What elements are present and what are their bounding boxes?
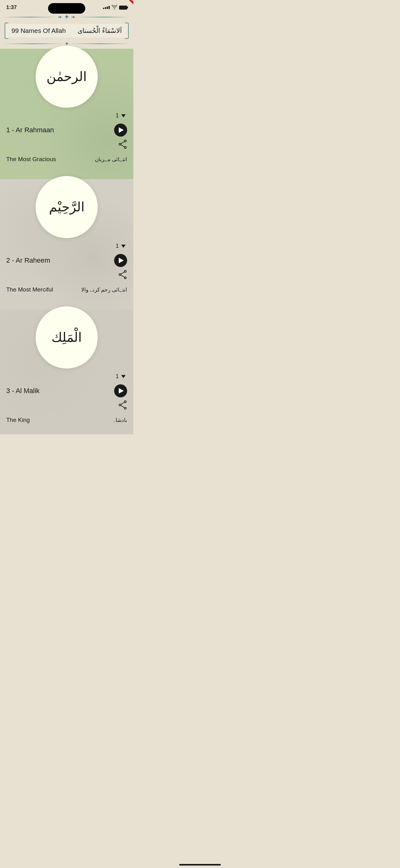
ornament-left-scroll: ❧ xyxy=(58,14,62,21)
translation-row-3: The King بادشاہ xyxy=(0,415,133,428)
counter-number-1: 1 xyxy=(116,113,119,119)
ornament-fleur: ✦ xyxy=(64,13,69,21)
counter-row-1: 1 xyxy=(0,111,133,122)
chevron-down-icon-2[interactable] xyxy=(121,245,126,248)
name-card-1[interactable]: الرحمٰن 1 1 - Ar Rahmaan xyxy=(0,49,133,179)
play-button-3[interactable] xyxy=(114,384,127,397)
svg-point-7 xyxy=(119,274,121,276)
counter-number-2: 1 xyxy=(116,243,119,249)
svg-point-2 xyxy=(119,144,121,145)
battery-icon xyxy=(119,6,127,10)
arabic-circle-1: الرحمٰن xyxy=(36,45,98,108)
svg-point-12 xyxy=(119,404,121,406)
translation-row-2: The Most Merciful انتہائی رحم کرنے والا xyxy=(0,285,133,298)
svg-point-1 xyxy=(124,147,126,148)
share-row-2 xyxy=(0,269,133,285)
share-icon-2[interactable] xyxy=(119,270,127,282)
name-row-2: 2 - Ar Raheem xyxy=(0,252,133,269)
arabic-text-3: الْمَلِك xyxy=(52,330,82,345)
svg-line-3 xyxy=(121,142,124,144)
svg-line-13 xyxy=(121,402,124,404)
name-row-1: 1 - Ar Rahmaan xyxy=(0,122,133,138)
translation-english-1: The Most Gracious xyxy=(6,156,56,163)
ornament-right-scroll: ❧ xyxy=(71,14,76,21)
counter-number-3: 1 xyxy=(116,373,119,380)
status-icons xyxy=(103,5,127,10)
svg-point-5 xyxy=(124,270,126,272)
play-icon-1 xyxy=(119,127,124,133)
name-row-3: 3 - Al Malik xyxy=(0,383,133,399)
share-icon-1[interactable] xyxy=(119,140,127,151)
svg-point-11 xyxy=(124,407,126,409)
name-card-3[interactable]: الْمَلِك 1 3 - Al Malik xyxy=(0,310,133,434)
arabic-text-2: الرَّحِيْم xyxy=(49,199,85,215)
play-button-2[interactable] xyxy=(114,254,127,267)
chevron-down-icon-1[interactable] xyxy=(121,114,126,117)
play-button-1[interactable] xyxy=(114,124,127,136)
translation-urdu-3: بادشاہ xyxy=(112,417,127,424)
translation-urdu-1: انتہائی مہربان xyxy=(95,156,127,163)
svg-line-4 xyxy=(121,145,124,147)
translation-english-2: The Most Merciful xyxy=(6,286,53,293)
signal-icon xyxy=(103,6,110,9)
dynamic-island xyxy=(48,3,85,14)
chevron-down-icon-3[interactable] xyxy=(121,375,126,378)
name-card-2[interactable]: الرَّحِيْم 1 2 - Ar Raheem xyxy=(0,179,133,310)
play-icon-2 xyxy=(119,258,124,263)
name-transliteration-3: 3 - Al Malik xyxy=(6,387,40,395)
translation-english-3: The King xyxy=(6,416,30,424)
name-transliteration-1: 1 - Ar Rahmaan xyxy=(6,126,54,134)
title-box: 99 Names Of Allah اَلاسْمَاءُ الْحُسناى xyxy=(5,23,129,39)
counter-row-3: 1 xyxy=(0,372,133,383)
arabic-circle-2: الرَّحِيْم xyxy=(36,176,98,238)
translation-row-1: The Most Gracious انتہائی مہربان xyxy=(0,154,133,167)
translation-urdu-2: انتہائی رحم کرنے والا xyxy=(81,286,127,293)
svg-line-8 xyxy=(121,272,124,274)
share-row-3 xyxy=(0,399,133,415)
app-title-arabic: اَلاسْمَاءُ الْحُسناى xyxy=(77,27,122,34)
status-bar: 1:37 xyxy=(0,0,133,13)
status-time: 1:37 xyxy=(6,4,17,10)
svg-line-9 xyxy=(121,275,124,277)
share-row-1 xyxy=(0,138,133,154)
share-icon-3[interactable] xyxy=(119,400,127,412)
names-container: الرحمٰن 1 1 - Ar Rahmaan xyxy=(0,49,133,434)
ornament-top: ❧ ✦ ❧ xyxy=(3,13,130,21)
play-icon-3 xyxy=(119,388,124,394)
app-title-english: 99 Names Of Allah xyxy=(11,27,66,34)
svg-point-10 xyxy=(124,401,126,403)
svg-point-6 xyxy=(124,277,126,279)
svg-point-0 xyxy=(124,140,126,142)
arabic-circle-3: الْمَلِك xyxy=(36,306,98,369)
name-transliteration-2: 2 - Ar Raheem xyxy=(6,256,50,265)
arabic-text-1: الرحمٰن xyxy=(46,69,87,85)
counter-row-2: 1 xyxy=(0,241,133,252)
decorative-header: ❧ ✦ ❧ 99 Names Of Allah اَلاسْمَاءُ الْح… xyxy=(0,13,133,49)
wifi-icon xyxy=(112,5,117,10)
svg-line-14 xyxy=(121,405,124,408)
